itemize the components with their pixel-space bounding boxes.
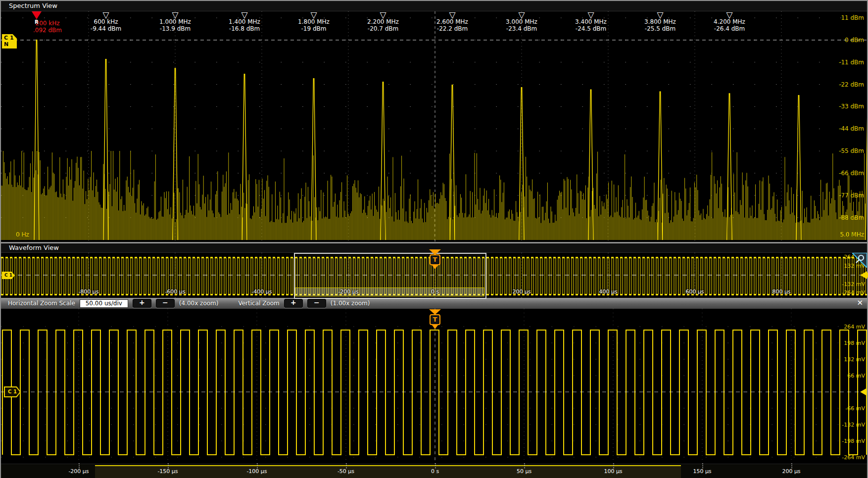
trigger-tail-icon (432, 325, 438, 329)
spectrum-start-freq-label: 0 Hz (16, 231, 29, 238)
zoomed-voltage-label: -264 mV (842, 454, 865, 461)
spectrum-dbm-label: -11 dBm (839, 59, 864, 66)
overview-voltage-label: -264 mV (842, 289, 865, 296)
marker-triangle-icon[interactable]: ▽ (145, 11, 205, 18)
zoomed-time-label: -150 µs (157, 468, 178, 475)
spectrum-dbm-label: -33 dBm (839, 103, 864, 110)
time-axis-tick (168, 464, 169, 468)
zoomed-time-label: 200 µs (782, 468, 800, 475)
close-zoom-button[interactable]: ✕ (857, 298, 863, 307)
time-axis-tick (524, 464, 525, 468)
vertical-zoom-minus-button[interactable]: − (307, 299, 326, 308)
overview-time-label: 800 µs (772, 288, 790, 295)
spectrum-dbm-label: -88 dBm (839, 214, 864, 221)
zoomed-voltage-label: 132 mV (844, 356, 865, 363)
horizontal-zoom-readout: (4.00x zoom) (179, 300, 219, 307)
zoomed-time-label: -100 µs (246, 468, 267, 475)
overview-time-label: 400 µs (599, 288, 617, 295)
magnifier-zoom-icon[interactable] (852, 253, 867, 268)
spectrum-view-title: Spectrum View (9, 2, 57, 9)
spectrum-trace-svg (1, 11, 867, 242)
oscilloscope-app: Spectrum View R200 kHz.092 dBm▽600 kHz-9… (0, 0, 868, 478)
marker-triangle-icon[interactable]: ▽ (561, 11, 621, 18)
trigger-t-icon: T (430, 254, 440, 265)
spectrum-dbm-label: -66 dBm (839, 170, 864, 177)
overview-time-label: 600 µs (685, 288, 704, 295)
trigger-t-icon: T (430, 314, 440, 325)
spectrum-dbm-label: -55 dBm (839, 147, 864, 154)
zoomed-channel-label: C 1 (5, 387, 20, 396)
horizontal-zoom-scale-input[interactable] (80, 299, 128, 308)
marker-triangle-icon[interactable]: ▽ (76, 11, 136, 18)
zoomed-time-label: 100 µs (604, 468, 622, 475)
vertical-zoom-plus-button[interactable]: + (284, 299, 303, 308)
spectrum-dbm-label: -77 dBm (839, 192, 864, 199)
overview-time-label: 0 s (431, 288, 439, 295)
waveform-view-title: Waveform View (9, 244, 59, 251)
overview-voltage-label: -132 mV (842, 281, 865, 287)
marker-triangle-icon[interactable]: ▽ (423, 11, 482, 18)
waveform-overview: -800 µs-600 µs-400 µs-200 µs0 s200 µs400… (1, 253, 867, 298)
spectrum-dbm-label: -44 dBm (839, 125, 864, 132)
spectrum-channel-badge[interactable]: C 1 N (2, 34, 17, 48)
zoomed-time-label: -200 µs (68, 468, 89, 475)
acquisition-record-band[interactable] (95, 465, 681, 478)
marker-triangle-icon[interactable]: ▽ (353, 11, 413, 18)
zoomed-voltage-label: -198 mV (842, 438, 865, 444)
overview-time-label: -400 µs (251, 288, 272, 295)
zoomed-voltage-label: 198 mV (844, 340, 865, 346)
spectrum-plot: R200 kHz.092 dBm▽600 kHz-9.44 dBm▽1.000 … (1, 11, 867, 242)
overview-time-label: -800 µs (78, 288, 98, 295)
zoomed-time-label: -50 µs (338, 468, 354, 475)
overview-trigger-flag[interactable]: T (429, 249, 441, 269)
marker-triangle-icon[interactable]: ▽ (215, 11, 274, 18)
spectrum-channel-mode: N (4, 41, 17, 48)
marker-triangle-icon[interactable]: ▽ (700, 11, 759, 18)
overview-time-label: -200 µs (338, 288, 358, 295)
zoom-controls-bar: Horizontal Zoom Scale + − (4.00x zoom) V… (1, 298, 867, 309)
horizontal-zoom-minus-button[interactable]: − (156, 299, 175, 308)
vertical-zoom-label: Vertical Zoom (238, 300, 279, 307)
spectrum-dbm-label: 0 dBm (845, 37, 864, 44)
vertical-zoom-readout: (1.00x zoom) (331, 300, 370, 307)
overview-time-label: 200 µs (512, 288, 530, 295)
zoomed-waveform-svg (1, 309, 867, 464)
zoomed-voltage-label: -66 mV (845, 405, 865, 412)
zoomed-voltage-label: 264 mV (844, 324, 865, 330)
zoomed-trigger-flag[interactable]: T (429, 309, 441, 329)
spectrum-stop-freq-label: 5.0 MHz (840, 231, 864, 238)
time-axis-tick (346, 464, 347, 468)
spectrum-dbm-label: -22 dBm (839, 81, 864, 88)
zoomed-time-label: 0 s (431, 468, 439, 475)
zoomed-voltage-label: -132 mV (842, 422, 865, 428)
spectrum-dbm-label: 11 dBm (841, 14, 864, 21)
marker-triangle-icon[interactable]: ▽ (630, 11, 690, 18)
trigger-tail-icon (432, 265, 438, 269)
time-axis-tick (791, 464, 792, 468)
zoomed-time-label: 50 µs (517, 468, 531, 475)
time-axis-tick (79, 464, 80, 468)
horizontal-zoom-scale-label: Horizontal Zoom Scale (8, 300, 75, 307)
time-axis-tick (613, 464, 614, 468)
zoomed-time-label: 150 µs (693, 468, 711, 475)
zoom-region-band[interactable] (295, 287, 484, 296)
time-axis-tick (257, 464, 258, 468)
zoomed-channel-reference-arrow[interactable] (860, 388, 867, 396)
time-axis-tick (435, 464, 436, 468)
zoomed-time-axis-bar: -200 µs-150 µs-100 µs-50 µs0 s50 µs100 µ… (1, 464, 867, 478)
marker-triangle-icon[interactable]: ▽ (492, 11, 551, 18)
time-axis-tick (702, 464, 703, 468)
overview-time-label: -600 µs (165, 288, 185, 295)
spectrum-view-titlebar: Spectrum View (1, 1, 867, 11)
marker-triangle-icon[interactable]: ▽ (284, 11, 343, 18)
zoomed-voltage-label: 66 mV (847, 373, 865, 379)
horizontal-zoom-plus-button[interactable]: + (133, 299, 151, 308)
zoomed-waveform-plot: T C 1 264 mV198 mV132 mV66 mV-66 mV-132 … (1, 309, 867, 464)
overview-channel-reference-arrow[interactable] (860, 271, 867, 279)
